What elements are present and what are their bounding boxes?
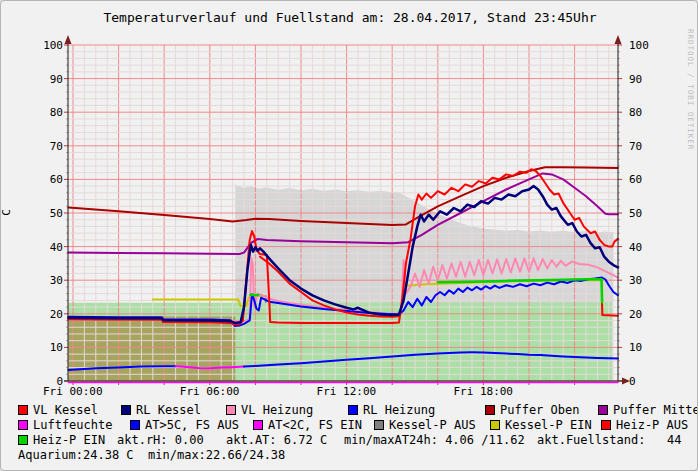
y-tick-label-right: 10 bbox=[629, 341, 657, 354]
legend-item: Heiz-P AUS bbox=[601, 419, 688, 432]
legend-item: Puffer Oben bbox=[485, 404, 579, 417]
legend-item: akt.rH: 0.00 bbox=[117, 434, 204, 447]
legend-label: Puffer Oben bbox=[500, 403, 579, 417]
legend-item: Heiz-P EIN bbox=[18, 434, 105, 447]
legend-label: AT<2C, FS EIN bbox=[268, 418, 362, 432]
legend-item: Luftfeuchte bbox=[18, 419, 112, 432]
legend-swatch bbox=[374, 420, 384, 430]
y-tick-label-left: 100 bbox=[35, 39, 63, 52]
legend-item: Kessel-P AUS bbox=[374, 419, 476, 432]
legend-label: akt.Fuellstand: 44 bbox=[537, 433, 682, 447]
y-tick-label-right: 20 bbox=[629, 308, 657, 321]
chart-canvas bbox=[1, 1, 698, 471]
rrdtool-graph-window: Temperaturverlauf und Fuellstand am: 28.… bbox=[0, 0, 698, 471]
y-tick-label-right: 0 bbox=[629, 375, 657, 388]
legend-item: RL Kessel bbox=[121, 404, 201, 417]
legend-item: VL Kessel bbox=[18, 404, 98, 417]
y-tick-label-left: 90 bbox=[35, 73, 63, 86]
legend-label: Luftfeuchte bbox=[33, 418, 112, 432]
legend-item: Kessel-P EIN bbox=[490, 419, 592, 432]
legend-swatch bbox=[490, 420, 500, 430]
legend-swatch bbox=[18, 420, 28, 430]
legend-item: Puffer Mitte bbox=[598, 404, 698, 417]
legend-label: RL Kessel bbox=[136, 403, 201, 417]
legend-swatch bbox=[18, 405, 28, 415]
legend-swatch bbox=[226, 405, 236, 415]
y-tick-label-left: 40 bbox=[35, 241, 63, 254]
y-tick-label-left: 20 bbox=[35, 308, 63, 321]
legend-item: Aquarium:24.38 C min/max:22.66/24.38 bbox=[18, 449, 285, 462]
y-axis-unit-label: C bbox=[0, 209, 13, 216]
legend-item: AT>5C, FS AUS bbox=[130, 419, 239, 432]
y-tick-label-left: 70 bbox=[35, 140, 63, 153]
legend-label: akt.AT: 6.72 C bbox=[226, 433, 327, 447]
y-tick-label-right: 70 bbox=[629, 140, 657, 153]
legend-label: akt.rH: 0.00 bbox=[117, 433, 204, 447]
legend-label: VL Kessel bbox=[33, 403, 98, 417]
legend-label: min/maxAT24h: 4.06 /11.62 bbox=[344, 433, 525, 447]
y-tick-label-left: 60 bbox=[35, 173, 63, 186]
x-tick-label: Fri 00:00 bbox=[43, 385, 103, 398]
legend-item: VL Heizung bbox=[226, 404, 313, 417]
legend-label: RL Heizung bbox=[363, 403, 435, 417]
x-tick-label: Fri 18:00 bbox=[453, 385, 513, 398]
legend-label: VL Heizung bbox=[241, 403, 313, 417]
legend-item: min/maxAT24h: 4.06 /11.62 bbox=[344, 434, 525, 447]
y-tick-label-right: 50 bbox=[629, 207, 657, 220]
y-tick-label-right: 100 bbox=[629, 39, 657, 52]
rrdtool-watermark: RRDTOOL / TOBI OETIKER bbox=[686, 29, 695, 150]
legend-swatch bbox=[121, 405, 131, 415]
legend-label: Puffer Mitte bbox=[613, 403, 698, 417]
legend-item: AT<2C, FS EIN bbox=[253, 419, 362, 432]
x-tick-label: Fri 12:00 bbox=[317, 385, 377, 398]
legend-item: akt.AT: 6.72 C bbox=[226, 434, 327, 447]
legend-item: RL Heizung bbox=[348, 404, 435, 417]
y-tick-label-left: 10 bbox=[35, 341, 63, 354]
x-tick-label: Fri 06:00 bbox=[180, 385, 240, 398]
legend-swatch bbox=[485, 405, 495, 415]
y-tick-label-right: 60 bbox=[629, 173, 657, 186]
y-tick-label-left: 80 bbox=[35, 106, 63, 119]
y-tick-label-right: 40 bbox=[629, 241, 657, 254]
legend-label: Kessel-P AUS bbox=[389, 418, 476, 432]
legend-label: Kessel-P EIN bbox=[505, 418, 592, 432]
chart-title: Temperaturverlauf und Fuellstand am: 28.… bbox=[1, 10, 698, 25]
legend-label: Heiz-P AUS bbox=[616, 418, 688, 432]
legend-label: Aquarium:24.38 C min/max:22.66/24.38 bbox=[18, 448, 285, 462]
axis-arrow-up bbox=[615, 35, 622, 44]
legend-swatch bbox=[253, 420, 263, 430]
legend-item: akt.Fuellstand: 44 bbox=[537, 434, 682, 447]
y-tick-label-left: 30 bbox=[35, 274, 63, 287]
y-tick-label-right: 30 bbox=[629, 274, 657, 287]
axis-arrow-up bbox=[65, 35, 72, 44]
y-tick-label-left: 50 bbox=[35, 207, 63, 220]
legend-swatch bbox=[348, 405, 358, 415]
y-tick-label-right: 90 bbox=[629, 73, 657, 86]
y-tick-label-right: 80 bbox=[629, 106, 657, 119]
legend-swatch bbox=[601, 420, 611, 430]
legend-swatch bbox=[18, 435, 28, 445]
legend-swatch bbox=[598, 405, 608, 415]
legend-swatch bbox=[130, 420, 140, 430]
legend-label: Heiz-P EIN bbox=[33, 433, 105, 447]
legend-label: AT>5C, FS AUS bbox=[145, 418, 239, 432]
